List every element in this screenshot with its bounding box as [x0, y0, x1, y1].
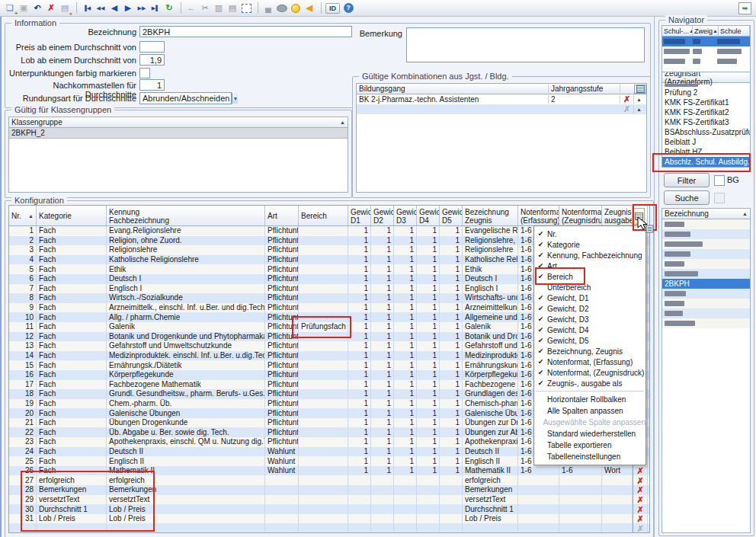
nachkommastellen-field[interactable]: 1	[139, 79, 165, 91]
cut-icon[interactable]: ✂	[199, 2, 211, 14]
preview-icon[interactable]	[276, 2, 288, 14]
lob-ab-durchschnitt-field[interactable]: 1,9	[139, 54, 165, 66]
menu-item[interactable]: ✔Kennung, Fachbezeichnung	[534, 250, 645, 261]
delete-row-icon[interactable]: ✗	[636, 515, 643, 523]
column-header-g1[interactable]: GewichtD1	[348, 206, 371, 225]
school-column-header[interactable]: Zweig▲2	[693, 26, 719, 36]
menu-item[interactable]: ✔Kategorie	[534, 239, 645, 250]
horn-icon[interactable]: ◀	[303, 2, 316, 14]
kombinationen-col-bildungsgang[interactable]: Bildungsgang	[357, 85, 549, 93]
bezeichnung-item[interactable]	[662, 249, 750, 259]
school-row[interactable]	[662, 46, 750, 56]
table-row[interactable]: 30Durchschnitt 1Lob / PreisDurchschnitt …	[9, 504, 649, 514]
menu-command[interactable]: Tabelle exportieren	[534, 440, 645, 451]
menu-item[interactable]: ✔Gewicht, D1	[534, 292, 645, 303]
column-header-ausgabe[interactable]: Zeugnis-ausgabe	[602, 206, 633, 225]
rundungsart-select[interactable]: Abrunden/Abschneiden▼	[139, 92, 232, 104]
panel-splitter[interactable]	[654, 17, 655, 537]
zeugnisart-item[interactable]: Beiblatt J	[662, 137, 750, 147]
list-item[interactable]: 2BKPH_2	[9, 128, 348, 139]
menu-command[interactable]: Alle Spalten anpassen	[534, 405, 645, 417]
menu-item[interactable]: ✔Gewicht, D3	[534, 314, 645, 324]
menu-item[interactable]: ✔Nr.	[534, 229, 645, 239]
zeugnisart-item[interactable]: Beiblatt HZ	[662, 147, 750, 157]
table-row[interactable]: 28BemerkungenBemerkungenBemerkungen✗	[9, 485, 649, 495]
menu-item[interactable]: ✔Bereich	[534, 271, 645, 282]
bezeichnung-item[interactable]	[662, 318, 750, 328]
filter-button[interactable]: Filter	[664, 173, 710, 187]
school-column-header[interactable]: Schule	[719, 26, 750, 36]
bezeichnung-item[interactable]	[662, 259, 750, 269]
first-record-icon[interactable]: ▐◀	[81, 2, 93, 14]
column-header-nr[interactable]: Nr.▲	[9, 206, 37, 225]
school-column-header[interactable]: Schul-...▲1	[662, 26, 693, 36]
menu-item[interactable]: ✔Gewicht, D4	[534, 324, 645, 335]
undo-icon[interactable]: ↶	[31, 2, 43, 14]
column-header-nfe[interactable]: Notenformat(Erfassung)	[518, 206, 559, 225]
hint-icon[interactable]	[290, 2, 302, 14]
table-row[interactable]: 26FachMathematik IIWahlunt11111Mathemati…	[9, 466, 649, 476]
detach-navigator-icon[interactable]: ➥	[738, 2, 751, 14]
table-row[interactable]: 31Lob / PreisLob / PreisLob / Preis✗	[9, 514, 649, 524]
table-row-empty[interactable]: ✗	[9, 523, 649, 533]
zeugnisart-item[interactable]: KMK FS-Zertifikat3	[662, 117, 750, 127]
last-record-icon[interactable]: ▶▌	[149, 2, 162, 14]
delete-row-icon[interactable]: ✗	[623, 95, 630, 104]
klassengruppen-header[interactable]: Klassengruppe ▲	[9, 117, 348, 128]
menu-item[interactable]: ✔Bezeichnung, Zeugnis	[534, 346, 645, 356]
column-header-kategorie[interactable]: Kategorie	[37, 206, 107, 225]
menu-command[interactable]: Standard wiederherstellen	[534, 428, 645, 440]
bezeichnung-item[interactable]	[662, 269, 750, 279]
zeugnisart-item[interactable]: KMK FS-Zertifikat1	[662, 97, 750, 107]
new-record-icon[interactable]: ❏+	[4, 2, 16, 14]
zeugnisart-item[interactable]: Abschlz. Schul. Ausbildg.	[662, 157, 750, 167]
column-header-zeugnis[interactable]: BezeichnungZeugnis	[463, 206, 518, 225]
column-header-g2[interactable]: GewichtD2	[371, 206, 394, 225]
bezeichnung-item[interactable]	[662, 289, 750, 299]
copy-icon[interactable]: ▥	[213, 2, 225, 14]
school-row[interactable]	[662, 56, 750, 66]
school-table-header[interactable]: Schul-...▲1Zweig▲2Schule	[662, 26, 750, 37]
delete-row-icon[interactable]: ✗	[636, 477, 643, 484]
bezeichnung-item[interactable]	[662, 239, 750, 249]
school-row[interactable]	[662, 37, 750, 46]
next-record-icon[interactable]: ▶	[122, 2, 134, 14]
table-row[interactable]: 27erfolgreicherfolgreicherfolgreich✗	[9, 475, 649, 485]
zeugnisart-header[interactable]: Zeugnisart (Anzeigeform)	[662, 72, 750, 83]
delete-record-icon[interactable]: ✗	[45, 2, 57, 14]
delete-row-icon[interactable]: ✗	[636, 496, 643, 503]
help-icon[interactable]: ?	[342, 2, 354, 14]
zeugnisart-item[interactable]: KMK FS-Zertifikat2	[662, 107, 750, 117]
prev-fast-icon[interactable]: ◀◀	[94, 2, 107, 14]
next-fast-icon[interactable]: ▶▶	[136, 2, 148, 14]
suche-button[interactable]: Suche	[664, 190, 710, 205]
table-row[interactable]: 29versetztTextversetztTextversetztText✗	[9, 495, 649, 505]
chevron-down-icon[interactable]: ▼	[232, 93, 238, 104]
paste-icon[interactable]: ▤	[226, 2, 239, 14]
prev-record-icon[interactable]: ◀	[108, 2, 120, 14]
scroll-up-icon[interactable]: ▲	[636, 107, 642, 112]
column-header-kennung[interactable]: KennungFachbezeichnung	[107, 206, 265, 225]
menu-item[interactable]: ✔Notenformat, (Zeugnisdruck)	[534, 367, 645, 378]
bezeichnung-item[interactable]: 2BKPH	[662, 279, 750, 289]
preis-ab-durchschnitt-field[interactable]	[139, 41, 165, 53]
sort-asc-icon[interactable]: ▲	[742, 211, 748, 216]
table-row[interactable]: ✗▲	[357, 104, 646, 114]
edit-record-icon[interactable]: ▤●	[59, 2, 71, 14]
back-icon[interactable]: ←	[185, 2, 197, 14]
select-region-icon[interactable]	[240, 2, 252, 14]
delete-row-icon[interactable]: ✗	[636, 525, 643, 532]
sort-asc-icon[interactable]: ▲	[340, 120, 345, 125]
bezeichnung-item[interactable]	[662, 308, 750, 318]
bezeichnung-item[interactable]	[662, 299, 750, 308]
column-header-g4[interactable]: GewichtD4	[417, 206, 440, 225]
menu-command[interactable]: Tabelleneinstellungen	[534, 451, 645, 462]
zeugnisart-item[interactable]: Prüfung 2	[662, 88, 750, 97]
kombinationen-col-jahrgangsstufe[interactable]: Jahrgangsstufe	[549, 85, 620, 93]
menu-item[interactable]: ✔Art	[534, 261, 645, 271]
unterpunktungen-checkbox[interactable]	[139, 68, 150, 78]
save-icon[interactable]: ▣	[18, 2, 30, 14]
bezeichnung-list-header[interactable]: Bezeichnung ▲	[662, 209, 750, 219]
column-header-g5[interactable]: GewichtD5	[440, 206, 463, 225]
zeugnisart-item[interactable]: BSAbschluss-Zusatzprüfung	[662, 127, 750, 137]
